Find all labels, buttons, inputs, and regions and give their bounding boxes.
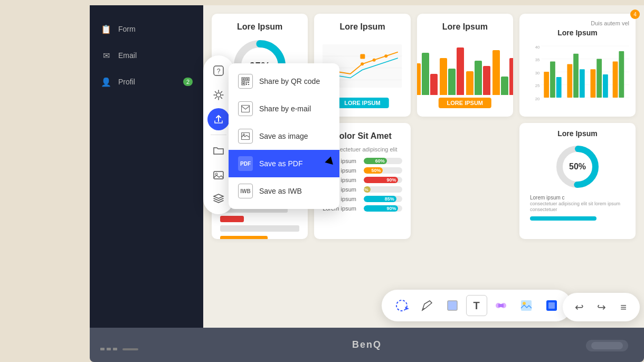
link-icon bbox=[494, 299, 508, 312]
tool-text[interactable]: T bbox=[466, 295, 487, 316]
box-icon bbox=[545, 299, 558, 312]
form-icon: 📋 bbox=[100, 23, 112, 35]
svg-point-63 bbox=[243, 134, 245, 136]
bar-2a bbox=[440, 58, 447, 95]
hbar-row-1h bbox=[220, 225, 299, 232]
tool-box[interactable] bbox=[540, 294, 563, 317]
undo-button[interactable]: ↩ bbox=[569, 297, 589, 317]
profil-badge: 2 bbox=[183, 78, 193, 86]
menu-label-qr: Share by QR code bbox=[259, 77, 320, 85]
layers-button[interactable] bbox=[207, 188, 230, 210]
hbar2-track-4: 17% bbox=[364, 186, 402, 193]
image-menu-icon bbox=[238, 129, 253, 144]
sidebar-label-email: Email bbox=[118, 51, 137, 60]
share-button[interactable] bbox=[207, 108, 230, 130]
svg-rect-27 bbox=[590, 69, 595, 98]
tool-shape[interactable] bbox=[441, 294, 464, 317]
hbar2-pct-5: 85% bbox=[385, 196, 394, 202]
screen: 📋 Form ✉ Email 👤 Profil 2 Lore Ipsum 65% bbox=[90, 5, 644, 328]
port-1 bbox=[100, 348, 105, 350]
card8-text: consectetuer adipiscing elit sit lorem i… bbox=[530, 201, 620, 212]
sidebar-item-form[interactable]: 📋 Form bbox=[90, 16, 203, 42]
sidebar-item-profil[interactable]: 👤 Profil 2 bbox=[90, 69, 203, 95]
monitor-power-btn[interactable] bbox=[586, 340, 628, 351]
tool-select[interactable] bbox=[390, 294, 413, 317]
iwb-menu-icon: IWB bbox=[238, 184, 253, 198]
svg-rect-56 bbox=[243, 83, 244, 84]
port-3 bbox=[113, 348, 117, 350]
donut2-container: 50% bbox=[526, 143, 629, 190]
svg-point-9 bbox=[385, 54, 388, 58]
svg-rect-41 bbox=[498, 304, 504, 307]
bar-1a bbox=[417, 63, 421, 95]
tool-image[interactable] bbox=[515, 294, 538, 317]
settings-button[interactable] bbox=[207, 84, 230, 106]
svg-text:25: 25 bbox=[535, 84, 540, 89]
help-button[interactable]: ? bbox=[207, 60, 230, 82]
bar-group-2 bbox=[440, 47, 464, 95]
gallery-button[interactable] bbox=[207, 164, 230, 186]
redo-button[interactable]: ↪ bbox=[591, 297, 611, 317]
card7-title: Lore Ipsum bbox=[526, 129, 629, 138]
bar-group-4 bbox=[493, 50, 513, 95]
notif-dot: 4 bbox=[630, 9, 640, 19]
folder-button[interactable] bbox=[207, 139, 230, 161]
menu-item-save-image[interactable]: Save as image bbox=[229, 122, 339, 150]
image-icon bbox=[519, 299, 533, 312]
card2-title: Lore Ipsum bbox=[323, 22, 402, 32]
svg-text:?: ? bbox=[217, 68, 221, 75]
port-2 bbox=[107, 348, 111, 350]
hbar2-fill-4: 17% bbox=[364, 186, 370, 193]
bar-3a bbox=[466, 71, 473, 95]
svg-text:30: 30 bbox=[535, 71, 540, 75]
menu-item-save-iwb[interactable]: IWB Save as IWB bbox=[229, 177, 339, 205]
toolbar-divider bbox=[211, 135, 226, 135]
svg-rect-10 bbox=[361, 54, 365, 59]
bar-4b bbox=[501, 77, 508, 95]
sidebar-item-email[interactable]: ✉ Email bbox=[90, 42, 203, 69]
lasso-icon bbox=[394, 298, 409, 313]
shape-icon bbox=[446, 299, 459, 312]
gear-icon bbox=[213, 89, 224, 101]
sidebar: 📋 Form ✉ Email 👤 Profil 2 bbox=[90, 5, 203, 328]
tool-pen[interactable] bbox=[415, 294, 439, 317]
menu-item-save-pdf[interactable]: PDF Save as PDF bbox=[229, 150, 339, 177]
bar-3c bbox=[483, 66, 490, 95]
hbar2-track-3: 90% bbox=[364, 177, 402, 183]
menu-button[interactable]: ≡ bbox=[613, 297, 633, 317]
menu-item-qr[interactable]: Share by QR code bbox=[229, 68, 339, 95]
svg-rect-60 bbox=[248, 84, 249, 85]
monitor-ports bbox=[100, 348, 138, 350]
bar-2c bbox=[457, 47, 464, 95]
pdf-menu-icon: PDF bbox=[238, 156, 253, 171]
hbar2-fill-6: 90% bbox=[364, 205, 398, 212]
right-toolbar: ↩ ↪ ≡ bbox=[563, 293, 640, 321]
svg-point-8 bbox=[373, 59, 376, 62]
sidebar-label-form: Form bbox=[118, 25, 136, 33]
svg-rect-26 bbox=[580, 69, 585, 98]
bar-group-3 bbox=[466, 61, 490, 95]
menu-label-save-iwb: Save as IWB bbox=[259, 187, 302, 195]
svg-point-48 bbox=[216, 93, 221, 97]
hbar-label-row: Lorem ipsum bbox=[220, 236, 299, 239]
help-icon: ? bbox=[213, 65, 224, 77]
hbar2-fill-5: 85% bbox=[364, 196, 396, 202]
svg-rect-29 bbox=[603, 74, 608, 98]
card1-title: Lore Ipsum bbox=[220, 22, 299, 32]
donut2-chart: 50% bbox=[554, 143, 601, 190]
hbar-row-1g bbox=[220, 216, 244, 222]
hbar2-fill-2: 50% bbox=[364, 167, 383, 174]
svg-text:40: 40 bbox=[535, 45, 540, 50]
monitor-logo: BenQ bbox=[352, 339, 382, 350]
tool-link[interactable] bbox=[489, 294, 513, 317]
card8-bar bbox=[526, 216, 629, 221]
svg-rect-23 bbox=[556, 77, 562, 98]
svg-rect-61 bbox=[242, 106, 250, 112]
svg-point-7 bbox=[361, 62, 364, 65]
menu-item-email[interactable]: Share by e-mail bbox=[229, 95, 339, 122]
menu-label-email: Share by e-mail bbox=[259, 104, 311, 113]
menu-label-save-pdf: Save as PDF bbox=[259, 159, 302, 168]
card-right-top: Duis autem vel 4 Lore Ipsum 40 35 30 25 … bbox=[519, 14, 636, 117]
card3-title: Lore Ipsum bbox=[425, 22, 505, 32]
card3-badge: LORE IPSUM bbox=[439, 98, 491, 108]
